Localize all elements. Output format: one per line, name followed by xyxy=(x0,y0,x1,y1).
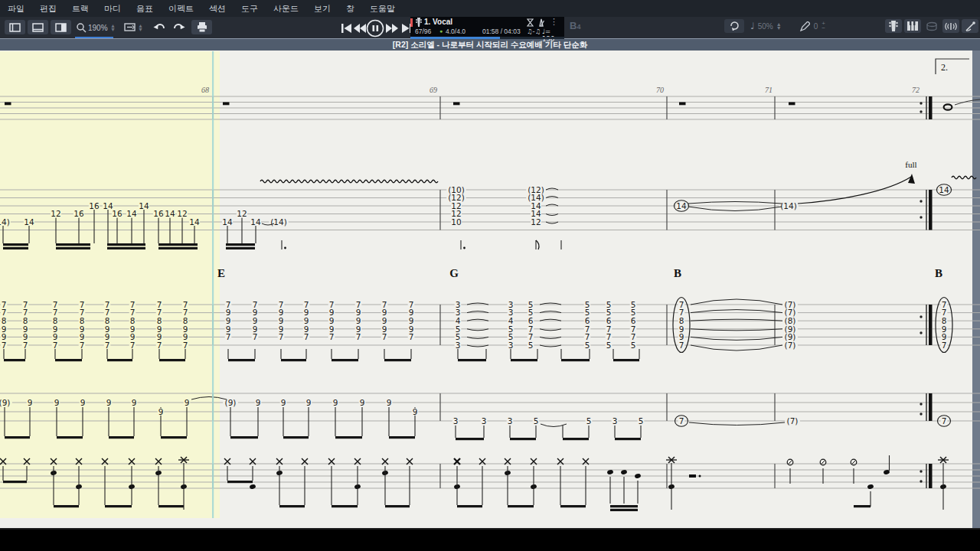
loop-button[interactable] xyxy=(724,19,744,33)
rhythm-tab-note[interactable]: 7 xyxy=(157,341,162,350)
rhythm-tab-note[interactable]: 5 xyxy=(631,341,636,350)
rhythm-tab-note[interactable]: 7 xyxy=(356,332,361,341)
bass-tab-note[interactable]: 3 xyxy=(482,416,487,425)
chord-label[interactable]: G xyxy=(449,267,459,279)
lead-tab-note[interactable]: 14 xyxy=(165,209,175,218)
lead-tab-note[interactable]: 12 xyxy=(237,209,247,218)
bass-tab-note[interactable]: 9 xyxy=(360,398,365,407)
lead-tab-note[interactable]: 10 xyxy=(451,217,461,227)
rhythm-tab-note[interactable]: 7 xyxy=(80,341,85,350)
bass-tab-note[interactable]: 9 xyxy=(185,398,190,407)
zoom-value[interactable]: 190% xyxy=(88,24,108,32)
rhythm-tab-note[interactable]: 7 xyxy=(23,341,28,350)
undo-icon[interactable] xyxy=(153,23,166,34)
speed-control[interactable]: ♩ 50% ▲▼ xyxy=(750,21,782,31)
whole-rest[interactable] xyxy=(223,103,230,106)
rhythm-tab-note[interactable]: 5 xyxy=(606,341,612,350)
bass-tab-note[interactable]: 9 xyxy=(158,407,164,416)
lead-tab-note[interactable]: 16 xyxy=(153,209,164,218)
column-view-button[interactable] xyxy=(51,20,71,34)
fast-forward-icon[interactable] xyxy=(386,24,398,33)
bass-tab-note[interactable]: 7 xyxy=(679,416,684,425)
hourglass-icon[interactable] xyxy=(527,18,534,27)
rhythm-tab-note[interactable]: 7 xyxy=(329,332,335,341)
bass-tab-note[interactable]: 5 xyxy=(586,416,592,425)
chord-label[interactable]: B xyxy=(674,267,681,279)
lead-tab-note[interactable]: 14 xyxy=(222,217,233,227)
bass-tab-note[interactable]: (9) xyxy=(0,398,10,407)
pen-stepper[interactable]: +− xyxy=(822,21,825,31)
menu-item[interactable]: 섹션 xyxy=(201,3,234,15)
bass-tab-note[interactable]: 9 xyxy=(256,398,261,407)
rhythm-tab-note[interactable]: 7 xyxy=(2,341,7,350)
bass-tab-note[interactable]: 3 xyxy=(612,416,618,425)
lead-tab-note[interactable]: 12 xyxy=(177,209,187,218)
pen-control[interactable]: 0 +− xyxy=(800,21,825,31)
keyboard-button[interactable] xyxy=(904,19,921,33)
fretboard-button[interactable] xyxy=(885,19,902,33)
page-view-button[interactable] xyxy=(5,20,25,34)
lead-tab-note[interactable]: 16 xyxy=(89,201,100,210)
menu-item[interactable]: 도구 xyxy=(234,3,266,15)
menu-item[interactable]: 마디 xyxy=(96,3,129,15)
track-name[interactable]: 1. Vocal xyxy=(424,18,452,26)
lead-tab-note[interactable]: 14 xyxy=(24,217,34,227)
menu-item[interactable]: 파일 xyxy=(0,3,32,15)
bass-tab-note[interactable]: 5 xyxy=(639,416,644,425)
print-button[interactable] xyxy=(191,20,212,34)
lead-tab-note[interactable]: 14) xyxy=(0,217,10,227)
menu-item[interactable]: 보기 xyxy=(306,3,338,15)
menu-item[interactable]: 이펙트 xyxy=(161,3,201,15)
bass-tab-note[interactable]: 9 xyxy=(80,398,86,407)
lead-tab-note[interactable]: 16 xyxy=(112,209,122,218)
rhythm-tab-note[interactable]: (7) xyxy=(785,341,796,350)
lead-tab-note[interactable]: 14 xyxy=(139,201,149,210)
bass-tab-note[interactable]: 9 xyxy=(132,398,137,407)
track-panel[interactable]: 1. Vocal ⋮ 67/96 ● 4.0/4.0 01:58 / 04:03… xyxy=(410,17,564,37)
rhythm-tab-note[interactable]: 7 xyxy=(253,332,258,341)
bass-tab-note[interactable]: 3 xyxy=(508,416,513,425)
bass-tab-note[interactable]: 7 xyxy=(942,416,947,425)
redo-icon[interactable] xyxy=(172,23,185,34)
rhythm-tab-note[interactable]: 7 xyxy=(279,332,284,341)
rhythm-tab-note[interactable]: 7 xyxy=(183,341,188,350)
tremolo-button[interactable] xyxy=(962,19,978,33)
fit-stepper[interactable]: ▲▼ xyxy=(138,24,143,31)
lead-tab-note[interactable]: 12 xyxy=(531,217,541,227)
lead-tab-note[interactable]: 14 xyxy=(676,201,687,210)
whole-rest[interactable] xyxy=(453,103,460,106)
speed-stepper[interactable]: ▲▼ xyxy=(776,22,782,30)
lead-tab-note[interactable]: 14 xyxy=(250,217,261,227)
whole-rest[interactable] xyxy=(789,103,795,106)
lead-tab-note[interactable]: (14) xyxy=(780,201,797,210)
menu-item[interactable]: 도움말 xyxy=(362,3,403,15)
progress-bar[interactable] xyxy=(410,37,564,39)
lead-tab-note[interactable]: 14 xyxy=(189,217,200,227)
pause-button[interactable] xyxy=(368,21,384,37)
menu-item[interactable]: 음표 xyxy=(129,3,161,15)
menu-item[interactable]: 편집 xyxy=(32,3,64,15)
kebab-menu-icon[interactable]: ⋮ xyxy=(550,17,558,27)
whole-rest[interactable] xyxy=(679,103,686,106)
rhythm-tab-note[interactable]: 7 xyxy=(942,341,947,350)
rhythm-tab-note[interactable]: 5 xyxy=(585,341,590,350)
lead-tab-note[interactable]: 14 xyxy=(939,185,949,194)
audio-button[interactable] xyxy=(942,19,959,33)
rhythm-tab-note[interactable]: 7 xyxy=(130,341,136,350)
chord-label[interactable]: E xyxy=(217,267,225,279)
rhythm-tab-note[interactable]: 3 xyxy=(508,341,514,350)
fit-screen-icon[interactable] xyxy=(124,23,136,33)
bass-tab-note[interactable]: 9 xyxy=(28,398,33,407)
lead-tab-note[interactable]: 14 xyxy=(126,209,137,218)
rhythm-tab-note[interactable]: 7 xyxy=(409,332,414,341)
bass-tab-note[interactable]: 9 xyxy=(333,398,338,407)
whole-rest[interactable] xyxy=(5,103,11,106)
rhythm-tab-note[interactable]: 7 xyxy=(226,332,231,341)
lead-tab-note[interactable]: 16 xyxy=(74,209,84,218)
bass-tab-note[interactable]: 9 xyxy=(387,398,392,407)
tempo-display[interactable]: ♩= 136 xyxy=(542,28,564,43)
rhythm-tab-note[interactable]: 5 xyxy=(528,341,534,350)
bass-tab-note[interactable]: 9 xyxy=(281,398,286,407)
bass-tab-note[interactable]: 5 xyxy=(534,416,539,425)
rhythm-tab-note[interactable]: 7 xyxy=(304,332,309,341)
